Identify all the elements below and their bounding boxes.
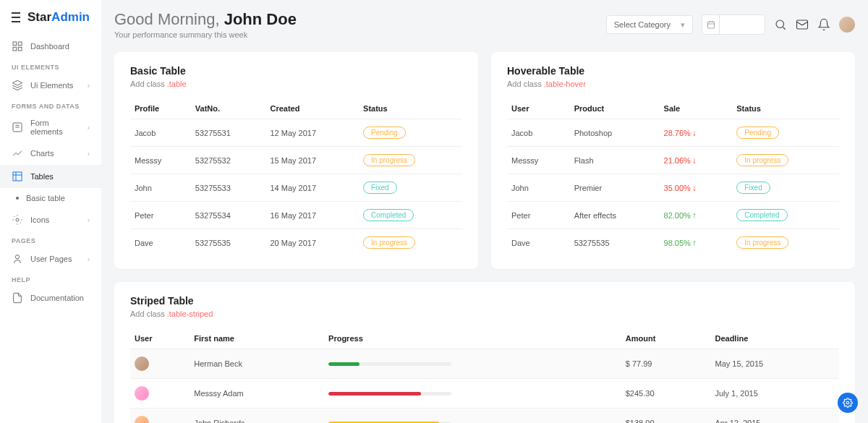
nav-label: Documentation — [30, 294, 84, 302]
nav-section-help: HELP — [0, 270, 101, 286]
status-badge: Completed — [363, 209, 414, 221]
arrow-down-icon: ↓ — [692, 155, 697, 166]
arrow-up-icon: ↑ — [692, 210, 697, 221]
nav-tables[interactable]: Tables — [0, 165, 101, 188]
card-hint: Add class .table-striped — [130, 309, 839, 318]
status-badge: In progress — [363, 236, 415, 249]
nav-section-pages: PAGES — [0, 231, 101, 247]
cell-profile: John — [130, 174, 191, 202]
nav-label: Ui Elements — [30, 81, 73, 90]
nav-form-elements[interactable]: Form elements › — [0, 113, 101, 142]
svg-rect-19 — [797, 20, 808, 29]
nav-user-pages[interactable]: User Pages › — [0, 247, 101, 270]
svg-rect-1 — [18, 42, 22, 46]
status-badge: Fixed — [736, 181, 770, 194]
table-row: Peter5327553416 May 2017Completed — [130, 202, 462, 229]
svg-rect-0 — [13, 42, 17, 46]
col-status: Status — [359, 98, 462, 119]
nav-basic-table[interactable]: Basic table — [0, 188, 101, 208]
cell-progress — [324, 349, 621, 379]
cell-deadline: Apr 12, 2015 — [710, 409, 839, 424]
cell-user: Dave — [507, 229, 570, 257]
stack-icon — [12, 80, 23, 91]
cell-status: Pending — [732, 119, 839, 147]
col-user: User — [130, 328, 190, 349]
status-badge: Fixed — [363, 181, 396, 194]
cell-status: In progress — [359, 229, 462, 257]
table-row: Dave5327553598.05%↑In progress — [507, 229, 839, 257]
bell-icon[interactable] — [817, 18, 830, 31]
nav-documentation[interactable]: Documentation — [0, 286, 101, 309]
hover-table: User Product Sale Status JacobPhotoshop2… — [507, 98, 839, 256]
cell-name: Messsy Adam — [190, 379, 324, 409]
cell-user — [130, 349, 190, 379]
cell-product: Photoshop — [570, 119, 660, 147]
cell-amount: $245.30 — [621, 379, 711, 409]
col-sale: Sale — [660, 98, 733, 119]
user-avatar[interactable] — [839, 17, 855, 33]
icons-icon — [12, 214, 23, 226]
cell-vat: 53275533 — [191, 174, 266, 202]
nav-dashboard[interactable]: Dashboard — [0, 35, 101, 58]
main-content: Good Morning, John Doe Your performance … — [101, 0, 868, 423]
svg-point-20 — [846, 401, 849, 404]
nav-charts[interactable]: Charts › — [0, 142, 101, 165]
svg-rect-8 — [13, 172, 22, 181]
col-created: Created — [265, 98, 359, 119]
status-badge: In progress — [736, 236, 788, 249]
cell-user: Jacob — [507, 119, 570, 147]
chevron-right-icon: › — [88, 150, 90, 158]
nav-label: Basic table — [26, 194, 65, 202]
cell-vat: 53275531 — [191, 119, 266, 147]
striped-table-card: Striped Table Add class .table-striped U… — [114, 282, 855, 423]
col-progress: Progress — [324, 328, 621, 349]
cell-status: Completed — [732, 202, 839, 229]
cell-vat: 53275535 — [191, 229, 266, 257]
form-icon — [12, 121, 23, 133]
nav-ui-elements[interactable]: Ui Elements › — [0, 74, 101, 97]
search-icon[interactable] — [774, 18, 787, 31]
settings-fab[interactable] — [838, 393, 858, 413]
mail-icon[interactable] — [796, 18, 809, 31]
category-select[interactable]: Select Category — [606, 15, 693, 34]
table-row: PeterAfter effects82.00%↑Completed — [507, 202, 839, 229]
nav-icons[interactable]: Icons › — [0, 208, 101, 231]
cell-user: John — [507, 174, 570, 202]
col-amount: Amount — [621, 328, 711, 349]
nav-section-ui: UI ELEMENTS — [0, 58, 101, 74]
brand: StarAdmin — [0, 10, 101, 35]
cell-progress — [324, 409, 621, 424]
date-input[interactable] — [702, 14, 765, 35]
table-row: Jacob5327553112 May 2017Pending — [130, 119, 462, 147]
nav-label: Dashboard — [30, 42, 69, 51]
menu-toggle-icon[interactable] — [12, 12, 20, 22]
cell-created: 14 May 2017 — [265, 174, 359, 202]
status-badge: Pending — [363, 127, 406, 139]
basic-table-card: Basic Table Add class .table Profile Vat… — [114, 52, 478, 269]
cell-sale: 82.00%↑ — [660, 202, 733, 229]
status-badge: Pending — [736, 127, 779, 139]
sidebar: StarAdmin Dashboard UI ELEMENTS Ui Eleme… — [0, 0, 101, 423]
cell-product: 53275535 — [570, 229, 660, 257]
topbar: Good Morning, John Doe Your performance … — [114, 10, 855, 39]
status-badge: In progress — [363, 154, 415, 166]
status-badge: In progress — [736, 154, 788, 166]
doc-icon — [12, 292, 23, 304]
table-row: John Richards$138.00Apr 12, 2015 — [130, 409, 839, 424]
card-title: Basic Table — [130, 65, 462, 77]
progress-bar — [328, 392, 451, 396]
svg-line-18 — [783, 27, 785, 29]
cell-user — [130, 379, 190, 409]
cell-user — [130, 409, 190, 424]
card-hint: Add class .table-hover — [507, 80, 839, 88]
basic-table: Profile VatNo. Created Status Jacob53275… — [130, 98, 462, 256]
page-title: Good Morning, John Doe — [114, 10, 297, 29]
chevron-right-icon: › — [88, 255, 90, 263]
card-title: Hoverable Table — [507, 65, 839, 77]
col-status: Status — [732, 98, 839, 119]
cell-sale: 21.06%↓ — [660, 147, 733, 174]
brand-text: StarAdmin — [27, 10, 90, 25]
svg-rect-13 — [707, 22, 714, 28]
cell-profile: Peter — [130, 202, 191, 229]
nav-label: User Pages — [30, 255, 72, 263]
